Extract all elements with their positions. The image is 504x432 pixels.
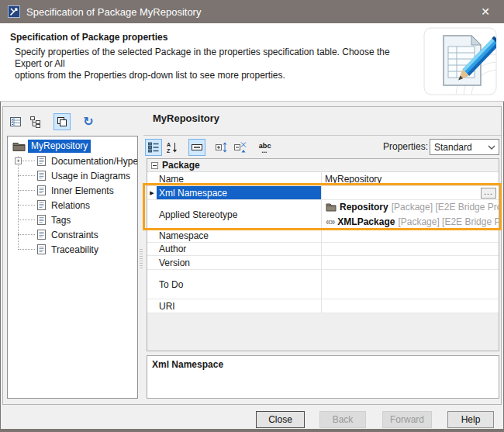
forward-button[interactable]: Forward (382, 411, 432, 428)
property-label: Author (147, 243, 321, 255)
tree-item-label: Relations (51, 200, 90, 211)
properties-dropdown-value: Standard (430, 142, 485, 153)
tree-item-label: Usage in Diagrams (51, 171, 130, 181)
property-label: Name (147, 172, 321, 185)
property-row-applied-stereotype[interactable]: Applied Stereotype Repository [Package] … (147, 200, 499, 230)
tree-connector (18, 175, 35, 176)
property-value[interactable]: MyRepository (321, 172, 499, 185)
description-title: Xml Namespace (152, 359, 494, 370)
tree-item-constraints[interactable]: Constraints (8, 227, 137, 242)
titlebar[interactable]: Specification of Package MyRepository ✕ (0, 0, 504, 23)
collapse-nodes-button[interactable] (232, 139, 249, 156)
property-label: Applied Stereotype (147, 200, 321, 229)
standalone-window-button[interactable] (54, 113, 71, 130)
document-icon (36, 229, 47, 240)
window-title: Specification of Package MyRepository (26, 6, 201, 18)
sort-a-glyph: A (167, 142, 171, 147)
tree-connector (18, 205, 35, 206)
property-value[interactable] (321, 230, 499, 242)
expand-plus-icon[interactable]: + (15, 157, 22, 164)
document-icon (36, 185, 47, 196)
categorized-view-button[interactable] (145, 139, 162, 156)
tree-root-label: MyRepository (28, 140, 91, 153)
group-header-package[interactable]: Package (147, 159, 499, 172)
edit-value-button[interactable]: ... (481, 188, 496, 199)
property-row-author[interactable]: Author (147, 243, 499, 256)
properties-dropdown[interactable]: Standard (430, 139, 499, 155)
table-empty-area (147, 313, 499, 351)
spec-tree-panel[interactable]: MyRepository + Documentation/Hyperlinks … (7, 136, 138, 399)
customize-abc-button[interactable]: abc ... (257, 139, 274, 156)
tree-root-myrepository[interactable]: MyRepository (8, 139, 137, 154)
property-value[interactable] (321, 256, 499, 269)
property-label: Namespace (147, 230, 321, 242)
tree-connector (18, 234, 35, 235)
tree-item-traceability[interactable]: Traceability (8, 242, 137, 257)
stereotype-repository: Repository [Package] [E2E Bridge Profile… (326, 200, 499, 215)
property-label: To Do (147, 270, 321, 299)
property-row-namespace[interactable]: Namespace (147, 230, 499, 243)
close-icon[interactable]: ✕ (475, 5, 496, 18)
document-pencil-illustration (423, 26, 498, 96)
back-button[interactable]: Back (319, 411, 366, 428)
tree-item-relations[interactable]: Relations (8, 198, 137, 213)
stereotype-xmlpackage: «» XMLPackage [Package] [E2E Bridge Prof… (326, 215, 499, 230)
tree-view-button[interactable] (27, 113, 44, 130)
refresh-icon[interactable]: ↻ (80, 113, 97, 130)
guillemets-icon: «» (326, 216, 334, 227)
tree-item-label: Documentation/Hyperlinks (51, 156, 138, 167)
specification-dialog: Specification of Package MyRepository ✕ … (0, 0, 504, 432)
property-value[interactable] (321, 270, 499, 299)
stereotype-name: Repository (340, 202, 388, 213)
document-icon (36, 214, 47, 226)
header-description-line1: Specify properties of the selected Packa… (15, 47, 414, 70)
properties-view-button[interactable] (7, 113, 24, 130)
header-description-line2: options from the Properties drop-down li… (15, 70, 414, 81)
expand-nodes-button[interactable] (213, 139, 230, 156)
help-button[interactable]: Help (447, 411, 494, 428)
property-row-uri[interactable]: URI (147, 299, 499, 313)
group-label: Package (162, 160, 200, 171)
element-title: MyRepository (153, 112, 219, 124)
property-row-version[interactable]: Version (147, 256, 499, 270)
tree-item-label: Inner Elements (51, 185, 114, 196)
tree-item-label: Traceability (51, 244, 98, 255)
show-description-button[interactable] (188, 139, 205, 156)
property-label: Version (147, 256, 321, 269)
tree-item-usage-in-diagrams[interactable]: Usage in Diagrams (8, 168, 137, 183)
property-value[interactable]: ... (321, 186, 499, 199)
sort-z-glyph: Z (167, 148, 171, 154)
document-icon (36, 199, 47, 211)
tree-item-label: Tags (51, 215, 71, 226)
property-value[interactable] (321, 243, 499, 255)
abc-dots-glyph: ... (261, 147, 267, 154)
property-row-to-do[interactable]: To Do (147, 270, 499, 299)
property-row-xml-namespace[interactable]: ▶ Xml Namespace ... (147, 186, 499, 200)
splitter-handle[interactable] (140, 249, 143, 269)
document-icon (36, 155, 47, 167)
left-toolbar: ↻ (7, 112, 100, 131)
tree-item-documentation-hyperlinks[interactable]: + Documentation/Hyperlinks (8, 154, 137, 168)
tree-item-tags[interactable]: Tags (8, 213, 137, 227)
sort-alphabetically-button[interactable]: A Z (164, 139, 181, 156)
refresh-glyph: ↻ (83, 116, 93, 128)
property-label: URI (147, 299, 321, 313)
close-button[interactable]: Close (256, 411, 305, 428)
document-icon (36, 244, 47, 255)
stereotype-name: XMLPackage (337, 216, 395, 227)
properties-label: Properties: (383, 141, 428, 152)
collapse-minus-icon[interactable] (151, 162, 158, 169)
property-description-panel: Xml Namespace (147, 355, 499, 399)
tree-connector (18, 219, 35, 220)
row-selector-arrow: ▶ (150, 190, 154, 196)
property-value[interactable]: Repository [Package] [E2E Bridge Profile… (321, 200, 499, 229)
header-panel: Specification of Package properties Spec… (0, 23, 504, 102)
chevron-down-icon (485, 145, 499, 150)
properties-table: Package Name MyRepository ▶ Xml Namespac… (147, 158, 499, 351)
stereotype-meta: [Package] [E2E Bridge Profile (398, 216, 499, 227)
tree-item-inner-elements[interactable]: Inner Elements (8, 183, 137, 198)
property-value[interactable] (321, 299, 499, 313)
property-row-name[interactable]: Name MyRepository (147, 172, 499, 186)
tree-connector (18, 249, 35, 250)
stereotype-meta: [Package] [E2E Bridge Profile:: (392, 202, 499, 213)
